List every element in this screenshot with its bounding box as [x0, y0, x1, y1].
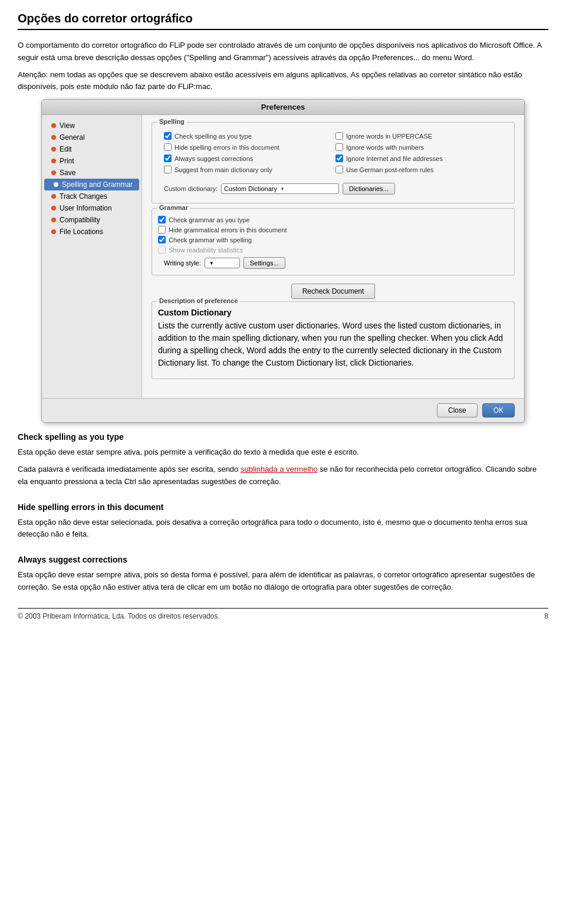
check-hide-spelling: Hide spelling errors in this document — [164, 142, 331, 152]
spelling-section-label: Spelling — [157, 118, 187, 125]
ignore-internet-checkbox[interactable] — [335, 154, 343, 162]
sidebar-item-general[interactable]: General — [42, 131, 142, 143]
description-legend: Description of preference — [157, 297, 240, 304]
grammar-section-label: Grammar — [157, 204, 190, 211]
writing-style-arrow-icon: ▼ — [209, 261, 214, 266]
readability-label: Show readability statistics — [169, 246, 243, 254]
sidebar-label-print: Print — [60, 157, 74, 165]
settings-button[interactable]: Settings... — [243, 257, 285, 269]
ok-button[interactable]: OK — [482, 403, 515, 417]
writing-style-label: Writing style: — [164, 259, 201, 267]
custom-dict-label: Custom dictionary: — [164, 185, 218, 192]
dialog-footer: Close OK — [42, 398, 524, 422]
dialog-titlebar: Preferences — [42, 100, 524, 115]
section-always-suggest: Always suggest corrections Esta opção de… — [18, 555, 548, 594]
grammar-with-spelling-checkbox[interactable] — [158, 236, 166, 244]
dropdown-arrow-icon: ▼ — [280, 186, 336, 192]
bullet-icon — [51, 170, 56, 175]
hide-spelling-checkbox[interactable] — [164, 143, 172, 151]
sidebar-item-fileloc[interactable]: File Locations — [42, 226, 142, 238]
spelling-checks-grid: Check spelling as you type Ignore words … — [158, 129, 508, 179]
close-button[interactable]: Close — [437, 403, 478, 417]
check-spelling-label: Check spelling as you type — [175, 133, 252, 140]
grammar-as-you-type-checkbox[interactable] — [158, 216, 166, 223]
ignore-numbers-label: Ignore words with numbers — [346, 144, 424, 151]
custom-dict-select[interactable]: Custom Dictionary ▼ — [221, 183, 339, 194]
main-dict-only-label: Suggest from main dictionary only — [175, 166, 272, 173]
bullet-icon — [51, 229, 56, 234]
bullet-icon — [51, 147, 56, 152]
check-ignore-uppercase: Ignore words in UPPERCASE — [335, 131, 502, 141]
dialog-body: View General Edit Print Save Spelling an… — [42, 115, 524, 398]
bullet-icon — [51, 206, 56, 211]
sidebar-label-user: User Information — [60, 204, 112, 212]
sidebar-label-general: General — [60, 133, 85, 142]
description-text: Lists the currently active custom user d… — [158, 320, 508, 369]
writing-style-row: Writing style: ▼ Settings... — [158, 255, 508, 271]
sidebar-label-compat: Compatibility — [60, 216, 100, 224]
always-suggest-label: Always suggest corrections — [175, 155, 253, 162]
sidebar-item-track[interactable]: Track Changes — [42, 190, 142, 202]
prefs-sidebar: View General Edit Print Save Spelling an… — [42, 115, 142, 398]
check-spelling-as-you-type: Check spelling as you type — [164, 131, 331, 141]
hide-grammar-label: Hide grammatical errors in this document — [169, 226, 287, 234]
check-hide-grammar: Hide grammatical errors in this document — [158, 225, 508, 235]
writing-style-select[interactable]: ▼ — [205, 258, 240, 268]
red-link: sublinhada a vermelho — [241, 465, 318, 473]
custom-dict-row: Custom dictionary: Custom Dictionary ▼ D… — [158, 179, 508, 199]
german-reform-label: Use German post-reform rules — [346, 166, 434, 173]
check-spelling-checkbox[interactable] — [164, 132, 172, 140]
sidebar-item-view[interactable]: View — [42, 120, 142, 131]
intro-para2: Atenção: nem todas as opções que se desc… — [18, 69, 548, 94]
ignore-uppercase-label: Ignore words in UPPERCASE — [346, 133, 432, 140]
check-main-dict-only: Suggest from main dictionary only — [164, 165, 331, 175]
bullet-icon — [51, 218, 56, 222]
section-text1-0: Esta opção deve estar sempre ativa, pois… — [18, 446, 548, 459]
hide-spelling-label: Hide spelling errors in this document — [175, 144, 279, 151]
sidebar-item-compat[interactable]: Compatibility — [42, 214, 142, 226]
bullet-icon — [54, 182, 58, 187]
hide-grammar-checkbox[interactable] — [158, 226, 166, 234]
footer-page-number: 8 — [544, 612, 548, 620]
check-readability: Show readability statistics — [158, 245, 508, 255]
recheck-button[interactable]: Recheck Document — [291, 284, 376, 299]
sidebar-item-edit[interactable]: Edit — [42, 143, 142, 155]
sidebar-item-user[interactable]: User Information — [42, 202, 142, 214]
section-heading-2: Always suggest corrections — [18, 555, 548, 564]
sidebar-item-spelling[interactable]: Spelling and Grammar — [44, 179, 139, 190]
grammar-with-spelling-label: Check grammar with spelling — [169, 236, 252, 244]
check-german-reform: Use German post-reform rules — [335, 165, 502, 175]
ignore-numbers-checkbox[interactable] — [335, 143, 343, 151]
custom-dict-value: Custom Dictionary — [224, 185, 280, 192]
bullet-icon — [51, 159, 56, 163]
section-hide-spelling: Hide spelling errors in this document Es… — [18, 502, 548, 541]
always-suggest-checkbox[interactable] — [164, 154, 172, 162]
section-text1-1: Esta opção não deve estar selecionada, p… — [18, 517, 548, 541]
page-footer: © 2003 Priberam Informática, Lda. Todos … — [18, 608, 548, 620]
dictionaries-button[interactable]: Dictionaries... — [343, 183, 395, 195]
page-title: Opções do corretor ortográfico — [18, 12, 548, 30]
section-heading-0: Check spelling as you type — [18, 432, 548, 442]
ignore-uppercase-checkbox[interactable] — [335, 132, 343, 140]
check-grammar-as-you-type: Check grammar as you type — [158, 215, 508, 225]
readability-checkbox[interactable] — [158, 246, 166, 254]
main-dict-only-checkbox[interactable] — [164, 166, 172, 173]
check-always-suggest: Always suggest corrections — [164, 153, 331, 163]
sidebar-label-fileloc: File Locations — [60, 228, 103, 236]
grammar-as-you-type-label: Check grammar as you type — [169, 216, 250, 223]
footer-copyright: © 2003 Priberam Informática, Lda. Todos … — [18, 612, 220, 620]
bullet-icon — [51, 123, 56, 128]
description-title: Custom Dictionary — [158, 308, 231, 317]
section-check-spelling: Check spelling as you type Esta opção de… — [18, 432, 548, 488]
spelling-section: Spelling Check spelling as you type Igno… — [152, 122, 515, 203]
check-ignore-internet: Ignore Internet and file addresses — [335, 153, 502, 163]
sidebar-item-save[interactable]: Save — [42, 167, 142, 179]
intro-para1: O comportamento do corretor ortográfico … — [18, 40, 548, 64]
german-reform-checkbox[interactable] — [335, 166, 343, 173]
sidebar-label-edit: Edit — [60, 145, 72, 153]
sidebar-label-view: View — [60, 121, 75, 130]
sidebar-label-track: Track Changes — [60, 192, 107, 200]
sidebar-label-spelling: Spelling and Grammar — [62, 180, 133, 189]
sidebar-item-print[interactable]: Print — [42, 155, 142, 167]
section-text2-0: Cada palavra é verificada imediatamente … — [18, 463, 548, 488]
